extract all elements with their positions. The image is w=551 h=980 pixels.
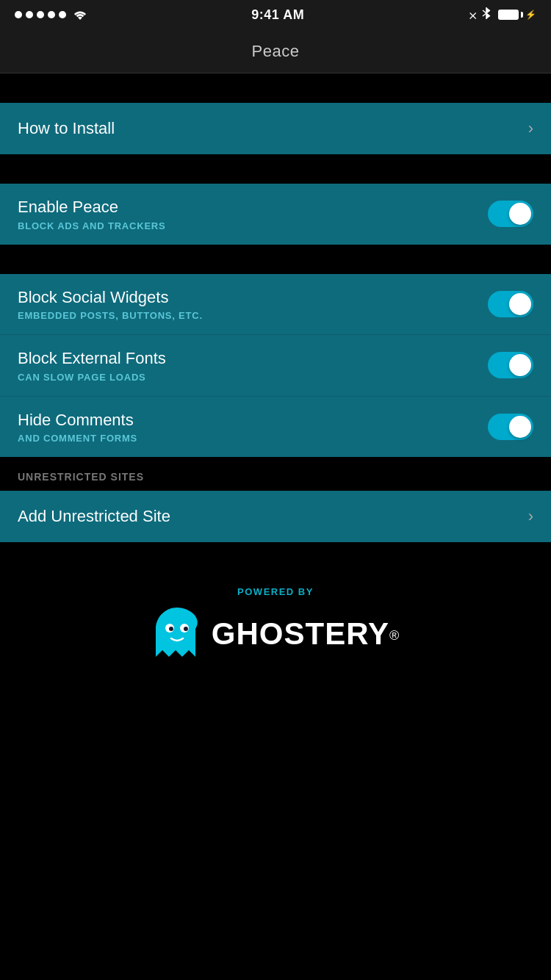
row-left: How to Install [18, 118, 115, 140]
bluetooth-icon: ⨯ [468, 7, 492, 23]
unrestricted-label-area: UNRESTRICTED SITES [0, 457, 551, 491]
chevron-right-unrestricted-icon: › [528, 507, 533, 526]
nav-header: Peace [0, 29, 551, 73]
battery-bolt-icon: ⚡ [525, 10, 536, 20]
hide-comments-toggle[interactable] [488, 414, 533, 440]
enable-peace-left: Enable Peace BLOCK ADS AND TRACKERS [18, 197, 166, 231]
enable-peace-section: Enable Peace BLOCK ADS AND TRACKERS [0, 184, 551, 245]
wifi-icon [72, 9, 88, 21]
block-social-widgets-toggle[interactable] [488, 291, 533, 317]
gap-1 [0, 73, 551, 103]
how-to-install-row[interactable]: How to Install › [0, 103, 551, 154]
block-social-widgets-subtitle: EMBEDDED POSTS, BUTTONS, ETC. [18, 310, 203, 321]
hide-comments-title: Hide Comments [18, 410, 137, 431]
block-external-fonts-row[interactable]: Block External Fonts CAN SLOW PAGE LOADS [0, 335, 551, 397]
unrestricted-section-label: UNRESTRICTED SITES [18, 471, 144, 483]
page-title: Peace [252, 42, 300, 61]
add-unrestricted-left: Add Unrestricted Site [18, 506, 170, 527]
add-unrestricted-row[interactable]: Add Unrestricted Site › [0, 491, 551, 542]
add-unrestricted-section: Add Unrestricted Site › [0, 491, 551, 542]
block-social-widgets-row[interactable]: Block Social Widgets EMBEDDED POSTS, BUT… [0, 274, 551, 336]
footer: POWERED BY GHOSTERY® [0, 542, 551, 693]
hide-comments-left: Hide Comments AND COMMENT FORMS [18, 410, 137, 444]
enable-peace-subtitle: BLOCK ADS AND TRACKERS [18, 220, 166, 231]
hide-comments-subtitle: AND COMMENT FORMS [18, 433, 137, 444]
status-time: 9:41 AM [251, 7, 304, 23]
block-external-fonts-title: Block External Fonts [18, 348, 166, 370]
battery-indicator: ⚡ [498, 10, 536, 20]
block-external-fonts-toggle[interactable] [488, 352, 533, 378]
ghostery-text: GHOSTERY [212, 616, 389, 651]
gap-3 [0, 245, 551, 274]
powered-by-label: POWERED BY [237, 586, 314, 597]
enable-peace-title: Enable Peace [18, 197, 166, 218]
ghostery-brand: GHOSTERY® [151, 605, 400, 663]
how-to-install-section: How to Install › [0, 103, 551, 154]
hide-comments-row[interactable]: Hide Comments AND COMMENT FORMS [0, 397, 551, 458]
toggle-knob-comments [509, 416, 531, 438]
add-unrestricted-title: Add Unrestricted Site [18, 506, 170, 527]
block-external-fonts-left: Block External Fonts CAN SLOW PAGE LOADS [18, 348, 166, 383]
ghost-icon [151, 605, 203, 663]
toggle-knob-fonts [509, 354, 531, 376]
status-right: ⨯ ⚡ [468, 7, 536, 23]
how-to-install-label: How to Install [18, 118, 115, 140]
svg-point-2 [169, 627, 173, 631]
trademark-symbol: ® [389, 628, 400, 643]
gap-2 [0, 154, 551, 184]
block-social-widgets-left: Block Social Widgets EMBEDDED POSTS, BUT… [18, 287, 203, 322]
block-social-widgets-title: Block Social Widgets [18, 287, 203, 309]
block-external-fonts-subtitle: CAN SLOW PAGE LOADS [18, 372, 166, 383]
chevron-right-icon: › [528, 119, 533, 138]
enable-peace-toggle[interactable] [488, 201, 533, 227]
status-bar: 9:41 AM ⨯ ⚡ [0, 0, 551, 29]
ghostery-wordmark: GHOSTERY® [212, 616, 400, 652]
toggle-knob-social [509, 293, 531, 315]
toggle-knob [509, 203, 531, 225]
signal-dots [15, 11, 66, 18]
options-section: Block Social Widgets EMBEDDED POSTS, BUT… [0, 274, 551, 458]
status-left [15, 9, 88, 21]
svg-point-3 [184, 627, 188, 631]
enable-peace-row[interactable]: Enable Peace BLOCK ADS AND TRACKERS [0, 184, 551, 245]
